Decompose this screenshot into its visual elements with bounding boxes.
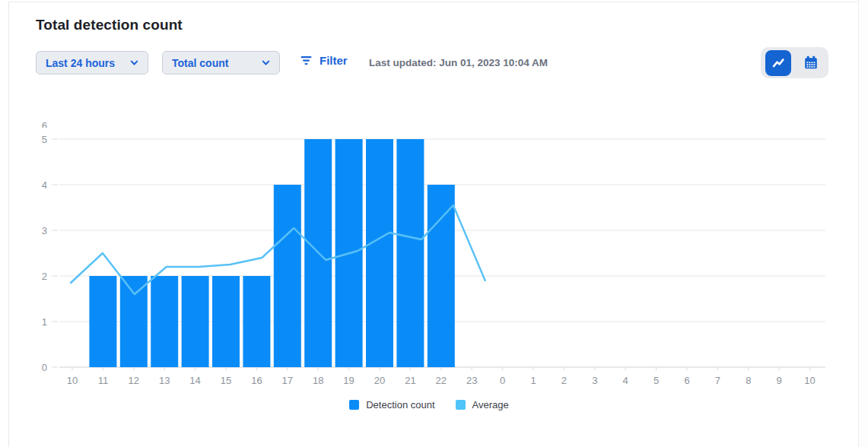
line-chart-icon bbox=[770, 55, 787, 71]
svg-text:0: 0 bbox=[500, 375, 505, 386]
svg-text:1: 1 bbox=[42, 316, 47, 328]
chevron-down-icon bbox=[129, 58, 139, 68]
svg-text:3: 3 bbox=[42, 225, 47, 236]
svg-text:13: 13 bbox=[159, 375, 170, 386]
svg-text:18: 18 bbox=[313, 375, 323, 386]
filter-button[interactable]: Filter bbox=[300, 54, 348, 67]
chart-view-button[interactable] bbox=[765, 50, 791, 76]
chart-svg: 0123456101112131415161718192021222301234… bbox=[0, 106, 868, 399]
view-toggle-group bbox=[761, 47, 828, 78]
svg-text:10: 10 bbox=[804, 375, 815, 386]
legend-swatch bbox=[456, 400, 466, 410]
svg-text:2: 2 bbox=[42, 271, 47, 282]
filter-label: Filter bbox=[320, 54, 348, 67]
legend-swatch bbox=[349, 400, 359, 410]
svg-text:0: 0 bbox=[42, 362, 47, 373]
calendar-view-button[interactable] bbox=[798, 50, 824, 76]
svg-text:14: 14 bbox=[189, 375, 200, 386]
legend-label: Detection count bbox=[366, 399, 434, 411]
svg-text:7: 7 bbox=[715, 375, 720, 386]
svg-text:23: 23 bbox=[466, 375, 477, 386]
svg-text:4: 4 bbox=[42, 179, 47, 191]
svg-text:4: 4 bbox=[623, 375, 628, 386]
panel-top-border bbox=[8, 2, 858, 2]
svg-text:9: 9 bbox=[777, 375, 782, 386]
svg-text:12: 12 bbox=[129, 375, 139, 386]
page-title: Total detection count bbox=[36, 17, 183, 33]
svg-text:20: 20 bbox=[374, 375, 385, 386]
svg-text:21: 21 bbox=[405, 375, 415, 386]
last-updated-text: Last updated: Jun 01, 2023 10:04 AM bbox=[369, 57, 548, 68]
svg-text:6: 6 bbox=[42, 120, 47, 132]
svg-text:5: 5 bbox=[653, 375, 659, 386]
metric-dropdown[interactable]: Total count bbox=[162, 51, 280, 74]
chevron-down-icon bbox=[261, 58, 271, 68]
filter-icon bbox=[300, 55, 313, 66]
svg-text:2: 2 bbox=[561, 375, 567, 386]
detection-chart: 0123456101112131415161718192021222301234… bbox=[0, 106, 868, 399]
svg-text:5: 5 bbox=[42, 134, 47, 145]
svg-text:10: 10 bbox=[67, 375, 78, 386]
legend-label: Average bbox=[472, 399, 509, 411]
legend-item-average[interactable]: Average bbox=[456, 399, 509, 411]
time-range-value: Last 24 hours bbox=[46, 57, 115, 69]
svg-text:1: 1 bbox=[530, 375, 536, 386]
calendar-icon bbox=[803, 55, 819, 71]
svg-text:11: 11 bbox=[98, 375, 109, 386]
svg-text:6: 6 bbox=[684, 375, 689, 386]
time-range-dropdown[interactable]: Last 24 hours bbox=[36, 51, 148, 74]
svg-text:16: 16 bbox=[251, 375, 262, 386]
svg-text:17: 17 bbox=[282, 375, 293, 386]
svg-text:8: 8 bbox=[746, 375, 751, 386]
svg-text:3: 3 bbox=[592, 375, 597, 386]
svg-text:19: 19 bbox=[343, 375, 354, 386]
svg-text:22: 22 bbox=[436, 375, 447, 386]
metric-value: Total count bbox=[172, 57, 228, 69]
legend-item-detection-count[interactable]: Detection count bbox=[349, 399, 434, 411]
chart-legend: Detection count Average bbox=[0, 399, 858, 411]
svg-text:15: 15 bbox=[221, 375, 231, 386]
